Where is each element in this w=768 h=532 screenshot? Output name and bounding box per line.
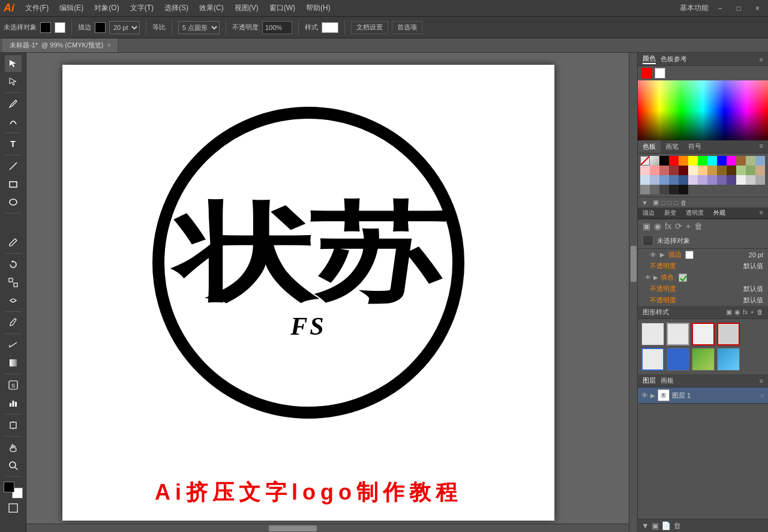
graph-tool[interactable] [5,395,22,411]
symbols-tab[interactable]: 符号 [683,140,706,153]
appear-circle-icon[interactable]: ◉ [654,221,661,231]
canvas-area[interactable]: 状苏 FS Ai挤压文字logo制作教程 [26,53,637,532]
horizontal-scrollbar[interactable] [26,524,629,532]
sw-b4[interactable] [669,175,679,185]
new-layer-btn[interactable]: 📄 [661,521,671,530]
swatch-black[interactable] [659,156,669,166]
brushes-tab[interactable]: 画笔 [661,140,683,153]
doc-settings-button[interactable]: 文档设置 [351,21,388,34]
appear-trash-icon[interactable]: 🗑 [694,221,703,231]
swatch-yellow[interactable] [688,156,698,166]
sw-b3[interactable] [659,175,669,185]
line-tool[interactable] [5,158,22,175]
layers-lib-btn[interactable]: ▣ [652,521,659,530]
swatch-add-icon[interactable]: □ [661,199,665,206]
stroke-color-swatch[interactable] [40,22,51,33]
swatch-dup-icon[interactable]: □ [674,199,678,206]
gs-item-8[interactable] [717,348,740,371]
direct-selection-tool[interactable] [5,73,22,90]
fill-appear-label[interactable]: 填色 [661,273,674,282]
transparency-tab[interactable]: 透明度 [686,209,704,217]
sw-p4[interactable] [717,175,727,185]
swatch-magenta[interactable] [727,156,736,166]
scale-tool[interactable] [5,274,22,291]
menu-file[interactable]: 文件(F) [20,2,53,14]
swatch-del-icon[interactable]: 🗑 [680,199,687,206]
layer-1-arrow[interactable]: ▶ [650,392,655,399]
sw-o3[interactable] [707,166,717,175]
curvature-tool[interactable] [5,113,22,130]
sw-r3[interactable] [659,166,669,175]
swatch-folder-icon[interactable]: □ [668,199,672,206]
appear-rect-icon[interactable]: ▣ [643,221,650,231]
minimize-button[interactable]: − [713,3,727,14]
canvas-scroll[interactable]: 状苏 FS Ai挤压文字logo制作教程 [26,53,637,532]
artboards-tab[interactable]: 画板 [661,376,674,385]
overall-opacity-label[interactable]: 不透明度 [650,296,676,305]
menu-edit[interactable]: 编辑(E) [55,2,88,14]
stroke-size-select[interactable]: 20 pt1 pt2 pt [109,21,140,34]
selection-tool[interactable] [5,55,22,72]
vertical-scroll-thumb[interactable] [631,246,637,282]
layers-menu-btn[interactable]: ▼ [641,521,649,530]
artboard-tool[interactable] [5,417,22,434]
stroke-appear-label[interactable]: 描边 [668,250,682,259]
vertical-scrollbar[interactable] [629,53,637,532]
swatch-orange[interactable] [679,156,688,166]
swatch-brown[interactable] [736,156,746,166]
stroke-visibility-eye[interactable]: 👁 [650,251,656,259]
fill-visibility-eye[interactable]: 👁 [645,274,651,281]
type-tool[interactable]: T [5,136,22,152]
symbol-tool[interactable]: S [5,377,22,393]
gs-item-6[interactable] [667,348,689,371]
sw-r5[interactable] [679,166,688,175]
swatch-steel[interactable] [755,156,765,166]
sw-t1[interactable] [755,166,765,175]
gs-rect-icon[interactable]: ▣ [726,308,732,316]
sw-w2[interactable] [746,175,755,185]
rectangle-tool[interactable] [5,176,22,193]
ellipse-tool[interactable] [5,194,22,211]
gradient-tool[interactable] [5,354,22,371]
swatch-cyan[interactable] [707,156,717,166]
horizontal-scroll-thumb[interactable] [269,525,317,531]
appear-add-icon[interactable]: + [686,221,691,231]
gs-item-3[interactable] [692,323,715,345]
appear-clock-icon[interactable]: ⟳ [675,221,682,231]
gradient-tab[interactable]: 新变 [664,209,676,217]
menu-view[interactable]: 视图(V) [230,2,263,14]
sw-gray3[interactable] [659,185,669,194]
change-screen-mode[interactable] [5,500,22,516]
workspace-label[interactable]: 基本功能 [680,3,709,13]
paintbrush-tool[interactable] [5,216,22,233]
layers-options[interactable]: ≡ [760,377,763,384]
sw-r4[interactable] [669,166,679,175]
appear-fx-icon[interactable]: fx [665,221,671,231]
gs-item-4[interactable] [717,323,740,345]
gs-item-7[interactable] [692,348,715,371]
menu-text[interactable]: 文字(T) [125,2,158,14]
brush-select[interactable]: 5 点圆形 [178,21,220,34]
menu-object[interactable]: 对象(O) [89,2,124,14]
menu-select[interactable]: 选择(S) [160,2,193,14]
close-button[interactable]: × [751,3,764,14]
fill-opacity-label[interactable]: 不透明度 [650,284,676,293]
prefs-button[interactable]: 首选项 [392,21,422,34]
pencil-tool[interactable] [5,234,22,251]
layers-tab[interactable]: 图层 [643,376,656,385]
gs-dup-icon[interactable]: + [751,308,754,316]
opacity-input[interactable] [262,21,292,34]
sw-o4[interactable] [717,166,727,175]
gs-trash-icon[interactable]: 🗑 [757,308,763,316]
sw-w1[interactable] [736,175,746,185]
stroke-swatch[interactable] [95,22,106,33]
fill-color-swatch[interactable] [55,22,65,33]
swatch-red[interactable] [669,156,679,166]
tab-close-button[interactable]: × [107,42,111,49]
sw-o1[interactable] [688,166,698,175]
gs-item-1[interactable] [641,323,664,345]
fg-color-swatch[interactable] [641,68,652,79]
menu-window[interactable]: 窗口(W) [265,2,300,14]
sw-p5[interactable] [727,175,736,185]
style-swatch[interactable] [322,22,338,33]
